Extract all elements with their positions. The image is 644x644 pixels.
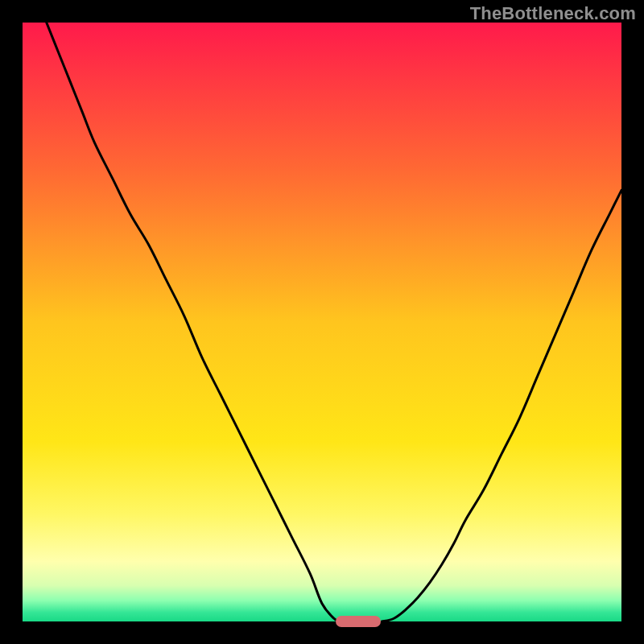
gradient-background [23, 23, 621, 621]
bottleneck-marker [336, 616, 381, 627]
bottleneck-plot [23, 23, 621, 621]
watermark-text: TheBottleneck.com [470, 3, 636, 24]
chart-frame: TheBottleneck.com [0, 0, 644, 644]
